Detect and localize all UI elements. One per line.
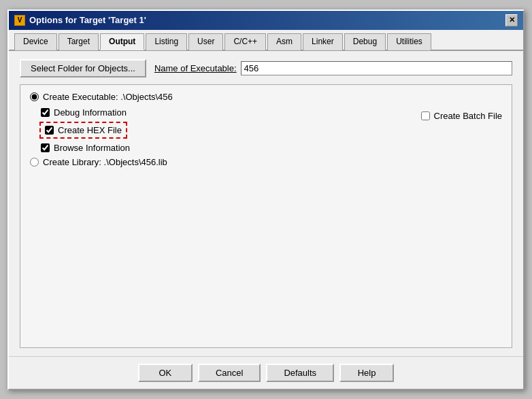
close-button[interactable]: ✕ bbox=[505, 14, 518, 27]
tab-user[interactable]: User bbox=[188, 33, 223, 50]
bottom-bar: OK Cancel Defaults Help bbox=[9, 356, 523, 389]
tab-output[interactable]: Output bbox=[100, 33, 144, 50]
select-folder-button[interactable]: Select Folder for Objects... bbox=[20, 59, 146, 77]
content-area: Select Folder for Objects... Name of Exe… bbox=[9, 51, 523, 356]
exec-input[interactable] bbox=[241, 61, 512, 75]
title-bar-left: V Options for Target 'Target 1' bbox=[14, 15, 146, 26]
tab-utilities[interactable]: Utilities bbox=[387, 33, 431, 50]
create-hex-checkbox[interactable] bbox=[45, 126, 54, 135]
browse-info-checkbox[interactable] bbox=[41, 143, 50, 152]
tab-asm[interactable]: Asm bbox=[267, 33, 301, 50]
name-exec-label: Name of Executable: bbox=[154, 63, 237, 73]
tab-device[interactable]: Device bbox=[14, 33, 57, 50]
debug-info-checkbox[interactable] bbox=[41, 108, 50, 117]
create-executable-radio[interactable] bbox=[30, 92, 39, 101]
debug-info-label: Debug Information bbox=[54, 107, 127, 118]
top-row: Select Folder for Objects... Name of Exe… bbox=[20, 59, 512, 77]
create-library-row: Create Library: .\Objects\456.lib bbox=[30, 157, 502, 167]
tab-target[interactable]: Target bbox=[59, 33, 99, 50]
tab-cpp[interactable]: C/C++ bbox=[225, 33, 266, 50]
ok-button[interactable]: OK bbox=[138, 364, 193, 382]
create-hex-highlight-box: Create HEX File bbox=[39, 122, 127, 139]
defaults-button[interactable]: Defaults bbox=[266, 364, 334, 382]
create-batch-row: Create Batch File bbox=[421, 111, 502, 121]
create-hex-wrapper: Create HEX File bbox=[39, 122, 502, 139]
dialog-title: Options for Target 'Target 1' bbox=[29, 15, 146, 25]
tab-debug[interactable]: Debug bbox=[344, 33, 386, 50]
cancel-button[interactable]: Cancel bbox=[198, 364, 261, 382]
tab-bar: Device Target Output Listing User C/C++ … bbox=[9, 30, 523, 51]
dialog-window: V Options for Target 'Target 1' ✕ Device… bbox=[7, 10, 525, 390]
create-batch-checkbox[interactable] bbox=[421, 111, 430, 120]
tab-linker[interactable]: Linker bbox=[303, 33, 343, 50]
create-executable-row: Create Executable: .\Objects\456 bbox=[30, 92, 502, 102]
create-hex-label: Create HEX File bbox=[58, 125, 122, 135]
browse-info-label: Browse Information bbox=[54, 143, 130, 153]
options-box: Create Executable: .\Objects\456 Debug I… bbox=[20, 84, 512, 348]
create-executable-path: .\Objects\456 bbox=[120, 92, 173, 102]
create-executable-label: Create Executable: .\Objects\456 bbox=[43, 92, 173, 102]
app-icon: V bbox=[14, 15, 25, 26]
browse-info-row: Browse Information bbox=[41, 143, 502, 153]
title-bar: V Options for Target 'Target 1' ✕ bbox=[9, 11, 523, 30]
help-button[interactable]: Help bbox=[339, 364, 394, 382]
create-library-radio[interactable] bbox=[30, 158, 39, 167]
name-exec-section: Name of Executable: bbox=[154, 61, 512, 75]
tab-listing[interactable]: Listing bbox=[146, 33, 187, 50]
create-library-path: .\Objects\456.lib bbox=[104, 157, 167, 167]
create-batch-label: Create Batch File bbox=[434, 111, 502, 121]
create-library-label: Create Library: .\Objects\456.lib bbox=[43, 157, 167, 167]
